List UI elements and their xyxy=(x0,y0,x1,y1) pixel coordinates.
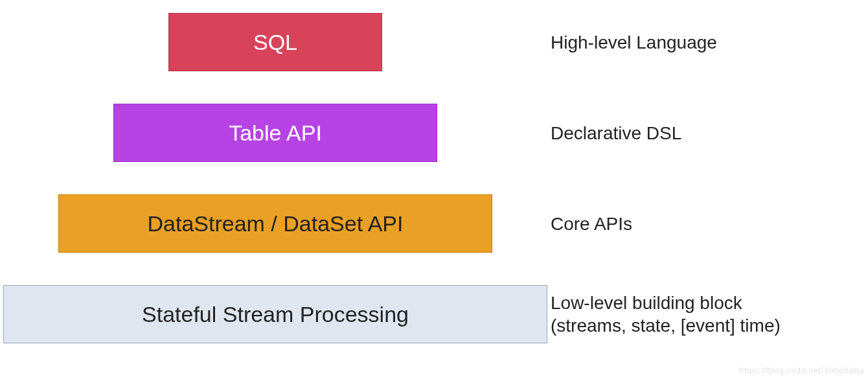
layer-stateful-text: Stateful Stream Processing xyxy=(142,302,409,327)
layer-sql-box: SQL xyxy=(168,13,382,71)
layer-table-box-wrap: Table API xyxy=(0,104,551,162)
layer-stateful-row: Stateful Stream Processing Low-level bui… xyxy=(0,285,868,343)
layer-table-text: Table API xyxy=(229,121,322,146)
layer-datastream-box-wrap: DataStream / DataSet API xyxy=(0,194,551,253)
layer-stateful-label: Low-level building block(streams, state,… xyxy=(551,292,781,337)
layer-stateful-box: Stateful Stream Processing xyxy=(3,285,547,343)
layer-sql-row: SQL High-level Language xyxy=(0,13,868,71)
layer-stateful-box-wrap: Stateful Stream Processing xyxy=(0,285,551,343)
layer-datastream-label: Core APIs xyxy=(551,212,632,235)
layer-table-row: Table API Declarative DSL xyxy=(0,104,868,162)
layer-sql-box-wrap: SQL xyxy=(0,13,551,71)
layer-table-label: Declarative DSL xyxy=(551,122,681,144)
layer-sql-label: High-level Language xyxy=(551,31,717,54)
layer-datastream-box: DataStream / DataSet API xyxy=(58,194,492,253)
layer-table-box: Table API xyxy=(113,104,437,162)
layer-datastream-row: DataStream / DataSet API Core APIs xyxy=(0,194,868,253)
layer-sql-text: SQL xyxy=(253,30,297,55)
watermark-text: https://blog.csdn.net/Yohohaha xyxy=(739,365,864,375)
layer-datastream-text: DataStream / DataSet API xyxy=(148,211,404,236)
